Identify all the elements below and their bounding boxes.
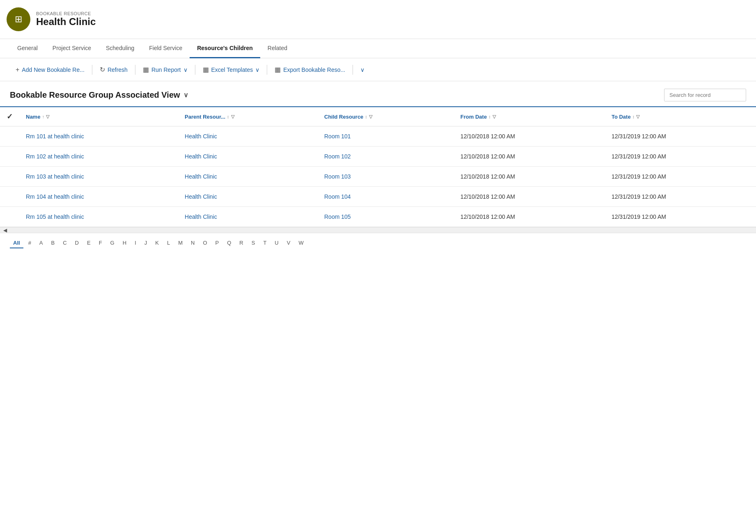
alpha-item-j[interactable]: J — [141, 238, 151, 248]
alpha-item-q[interactable]: Q — [224, 238, 234, 248]
alpha-item-f[interactable]: F — [96, 238, 105, 248]
run-report-button[interactable]: ▦ Run Report ∨ — [137, 62, 193, 77]
page-header: ⊞ BOOKABLE RESOURCE Health Clinic — [0, 0, 756, 39]
page-title: Health Clinic — [36, 16, 96, 28]
alphabet-nav: All#ABCDEFGHIJKLMNOPQRSTUVW — [0, 233, 756, 253]
row-child-4[interactable]: Room 105 — [318, 207, 454, 227]
nav-tabs: General Project Service Scheduling Field… — [0, 39, 756, 58]
row-checkbox-0[interactable] — [0, 126, 19, 147]
alpha-item-s[interactable]: S — [248, 238, 259, 248]
alpha-item-k[interactable]: K — [152, 238, 162, 248]
add-new-button[interactable]: + Add New Bookable Re... — [10, 63, 90, 77]
tab-scheduling[interactable]: Scheduling — [99, 39, 142, 58]
more-chevron-icon: ∨ — [360, 66, 364, 73]
select-all-header[interactable]: ✓ — [0, 107, 19, 126]
child-sort-icon[interactable]: ↕ — [365, 114, 367, 119]
col-child-label: Child Resource — [324, 114, 363, 120]
row-child-3[interactable]: Room 104 — [318, 187, 454, 207]
alpha-item-t[interactable]: T — [260, 238, 270, 248]
row-from-date-1: 12/10/2018 12:00 AM — [454, 147, 605, 167]
alpha-item-b[interactable]: B — [48, 238, 58, 248]
table-body: Rm 101 at health clinicHealth ClinicRoom… — [0, 126, 756, 227]
row-child-2[interactable]: Room 103 — [318, 167, 454, 187]
table-row: Rm 102 at health clinicHealth ClinicRoom… — [0, 147, 756, 167]
excel-templates-button[interactable]: ▦ Excel Templates ∨ — [197, 62, 266, 77]
child-filter-icon[interactable]: ▽ — [369, 114, 372, 119]
row-name-2[interactable]: Rm 103 at health clinic — [19, 167, 178, 187]
col-to-date-label: To Date — [612, 114, 631, 120]
alpha-item-a[interactable]: A — [36, 238, 46, 248]
row-parent-3[interactable]: Health Clinic — [178, 187, 318, 207]
toolbar-separator-4 — [267, 65, 267, 75]
alpha-item-p[interactable]: P — [212, 238, 222, 248]
alpha-item-all[interactable]: All — [10, 238, 23, 248]
row-name-3[interactable]: Rm 104 at health clinic — [19, 187, 178, 207]
alpha-item-w[interactable]: W — [295, 238, 307, 248]
avatar: ⊞ — [7, 7, 30, 31]
row-checkbox-1[interactable] — [0, 147, 19, 167]
alpha-item-r[interactable]: R — [236, 238, 246, 248]
alpha-item-#[interactable]: # — [25, 238, 34, 248]
alpha-item-v[interactable]: V — [284, 238, 294, 248]
add-new-label: Add New Bookable Re... — [22, 66, 85, 73]
row-name-4[interactable]: Rm 105 at health clinic — [19, 207, 178, 227]
from-date-filter-icon[interactable]: ▽ — [493, 114, 496, 119]
row-name-1[interactable]: Rm 102 at health clinic — [19, 147, 178, 167]
view-title-chevron-icon[interactable]: ∨ — [183, 91, 188, 99]
view-title-text: Bookable Resource Group Associated View — [10, 90, 180, 100]
row-to-date-0: 12/31/2019 12:00 AM — [605, 126, 756, 147]
parent-filter-icon[interactable]: ▽ — [231, 114, 234, 119]
name-filter-icon[interactable]: ▽ — [46, 114, 49, 119]
to-date-filter-icon[interactable]: ▽ — [636, 114, 639, 119]
search-input[interactable] — [664, 89, 746, 101]
col-header-child-resource: Child Resource ↕ ▽ — [318, 107, 454, 126]
alpha-item-e[interactable]: E — [84, 238, 94, 248]
alpha-item-l[interactable]: L — [164, 238, 173, 248]
row-checkbox-3[interactable] — [0, 187, 19, 207]
toolbar-separator-3 — [195, 65, 195, 75]
alpha-item-h[interactable]: H — [119, 238, 130, 248]
to-date-sort-icon[interactable]: ↕ — [632, 114, 635, 119]
alpha-item-g[interactable]: G — [107, 238, 118, 248]
run-report-label: Run Report — [151, 66, 181, 73]
refresh-button[interactable]: ↻ Refresh — [94, 62, 133, 77]
row-name-0[interactable]: Rm 101 at health clinic — [19, 126, 178, 147]
tab-resources-children[interactable]: Resource's Children — [190, 39, 260, 58]
refresh-icon: ↻ — [100, 66, 105, 73]
alpha-item-i[interactable]: I — [131, 238, 140, 248]
name-sort-icon[interactable]: ↑ — [42, 114, 44, 119]
table-row: Rm 103 at health clinicHealth ClinicRoom… — [0, 167, 756, 187]
row-parent-4[interactable]: Health Clinic — [178, 207, 318, 227]
alpha-item-o[interactable]: O — [199, 238, 210, 248]
col-header-parent-resource: Parent Resour... ↕ ▽ — [178, 107, 318, 126]
alpha-item-n[interactable]: N — [188, 238, 198, 248]
col-header-from-date: From Date ↕ ▽ — [454, 107, 605, 126]
refresh-label: Refresh — [108, 66, 128, 73]
tab-field-service[interactable]: Field Service — [142, 39, 190, 58]
row-checkbox-4[interactable] — [0, 207, 19, 227]
more-button[interactable]: ∨ — [355, 63, 370, 76]
toolbar-separator-2 — [135, 65, 135, 75]
alpha-item-m[interactable]: M — [175, 238, 186, 248]
row-parent-2[interactable]: Health Clinic — [178, 167, 318, 187]
table-row: Rm 104 at health clinicHealth ClinicRoom… — [0, 187, 756, 207]
row-parent-0[interactable]: Health Clinic — [178, 126, 318, 147]
tab-general[interactable]: General — [10, 39, 45, 58]
scroll-left-icon[interactable]: ◀ — [3, 227, 7, 233]
alpha-item-u[interactable]: U — [271, 238, 282, 248]
parent-sort-icon[interactable]: ↕ — [227, 114, 229, 119]
tab-related[interactable]: Related — [260, 39, 295, 58]
row-checkbox-2[interactable] — [0, 167, 19, 187]
alpha-item-c[interactable]: C — [60, 238, 70, 248]
alpha-item-d[interactable]: D — [72, 238, 82, 248]
row-from-date-4: 12/10/2018 12:00 AM — [454, 207, 605, 227]
from-date-sort-icon[interactable]: ↕ — [488, 114, 491, 119]
tab-project-service[interactable]: Project Service — [45, 39, 99, 58]
add-icon: + — [16, 66, 19, 73]
row-child-0[interactable]: Room 101 — [318, 126, 454, 147]
horizontal-scrollbar[interactable]: ◀ — [0, 227, 756, 233]
row-child-1[interactable]: Room 102 — [318, 147, 454, 167]
export-button[interactable]: ▦ Export Bookable Reso... — [269, 62, 351, 77]
table-row: Rm 105 at health clinicHealth ClinicRoom… — [0, 207, 756, 227]
row-parent-1[interactable]: Health Clinic — [178, 147, 318, 167]
